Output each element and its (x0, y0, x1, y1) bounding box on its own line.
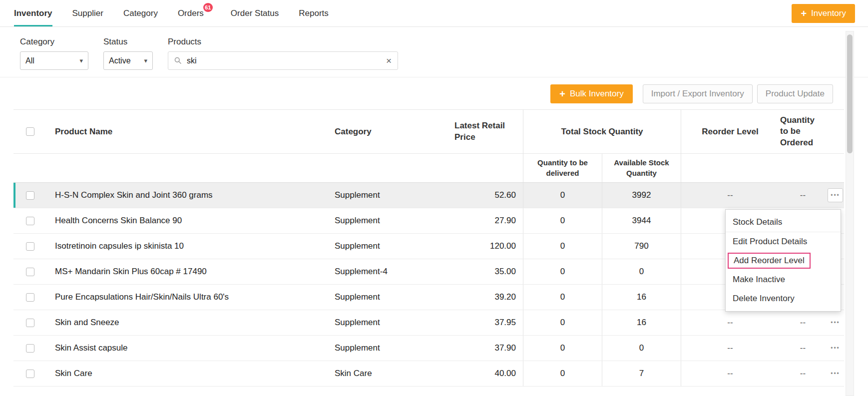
qty-delivered-cell: 0 (523, 208, 602, 233)
status-filter-select[interactable]: Active ▾ (103, 51, 153, 70)
price-cell: 35.00 (442, 267, 523, 277)
add-inventory-button[interactable]: + Inventory (792, 4, 855, 23)
nav-tab-reports[interactable]: Reports (299, 0, 329, 26)
qty-ordered-cell: -- (779, 343, 827, 353)
category-cell: Supplement (330, 241, 442, 251)
product-name-cell: Skin Assist capsule (47, 343, 330, 353)
row-checkbox[interactable] (26, 217, 34, 225)
qty-delivered-cell: 0 (523, 183, 602, 208)
price-cell: 37.90 (442, 343, 523, 353)
orders-count-badge: 61 (203, 3, 213, 12)
menu-item-add-reorder-level-label: Add Reorder Level (734, 256, 805, 265)
row-checkbox[interactable] (26, 293, 34, 302)
qty-ordered-cell: -- (779, 190, 827, 200)
vertical-scrollbar[interactable] (846, 31, 854, 396)
nav-tab-order-status[interactable]: Order Status (231, 0, 279, 26)
menu-item-add-reorder-level[interactable]: Add Reorder Level (726, 251, 841, 270)
row-checkbox[interactable] (26, 319, 34, 327)
qty-delivered-cell: 0 (523, 310, 602, 335)
qty-ordered-cell: -- (779, 318, 827, 328)
row-actions-button[interactable]: ••• (829, 317, 842, 328)
qty-delivered-cell: 0 (523, 259, 602, 284)
category-cell: Supplement (330, 292, 442, 302)
table-subheader-row: Quantity to be delivered Available Stock… (13, 154, 844, 183)
clear-search-icon[interactable]: × (386, 56, 392, 65)
reorder-level-cell: -- (681, 318, 779, 328)
filters-panel: Category All ▾ Status Active ▾ Products … (0, 27, 868, 77)
row-checkbox[interactable] (26, 370, 34, 378)
scrollbar-thumb[interactable] (847, 34, 853, 153)
annotation-highlight-box: Add Reorder Level (728, 253, 811, 269)
header-product-name: Product Name (47, 127, 330, 137)
category-cell: Supplement (330, 343, 442, 353)
table-row[interactable]: MS+ Mandarin Skin Plus 60cap # 17490 Sup… (13, 259, 844, 285)
header-reorder-level: Reorder Level (681, 127, 779, 137)
product-name-cell: Isotretinoin capsules ip skinista 10 (47, 241, 330, 251)
nav-tabs: Inventory Supplier Category Orders 61 Or… (14, 0, 329, 26)
category-filter-select[interactable]: All ▾ (20, 51, 88, 70)
nav-tab-category[interactable]: Category (123, 0, 158, 26)
nav-tab-orders[interactable]: Orders 61 (178, 0, 204, 26)
qty-delivered-cell: 0 (523, 336, 602, 361)
nav-tab-inventory[interactable]: Inventory (14, 0, 52, 26)
nav-tab-supplier[interactable]: Supplier (72, 0, 103, 26)
reorder-level-cell: -- (681, 369, 779, 379)
qty-delivered-cell: 0 (523, 285, 602, 310)
products-search-input[interactable] (187, 56, 381, 65)
table-row[interactable]: H-S-N Complex Skin and Joint 360 grams S… (13, 183, 844, 208)
table-row[interactable]: Health Concerns Skin Balance 90 Suppleme… (13, 208, 844, 234)
chevron-down-icon: ▾ (144, 57, 147, 64)
subheader-quantity-to-be-delivered: Quantity to be delivered (523, 154, 602, 182)
nav-tab-orders-label: Orders (178, 8, 204, 18)
menu-item-stock-details[interactable]: Stock Details (726, 213, 841, 232)
table-row[interactable]: Skin Assist capsule Supplement 37.90 0 0… (13, 336, 844, 361)
row-actions-button[interactable]: ••• (829, 343, 842, 354)
table-toolbar: + Bulk Inventory Import / Export Invento… (0, 77, 868, 109)
products-search-box: × (168, 51, 398, 70)
price-cell: 52.60 (442, 190, 523, 200)
price-cell: 40.00 (442, 369, 523, 379)
table-row[interactable]: Isotretinoin capsules ip skinista 10 Sup… (13, 234, 844, 259)
row-checkbox[interactable] (26, 191, 34, 200)
available-stock-cell: 16 (602, 310, 681, 335)
qty-delivered-cell: 0 (523, 234, 602, 259)
menu-item-edit-product-details[interactable]: Edit Product Details (726, 232, 841, 251)
price-cell: 27.90 (442, 216, 523, 226)
select-all-checkbox[interactable] (26, 127, 34, 136)
category-filter-value: All (25, 56, 34, 65)
product-name-cell: Pure Encapsulations Hair/Skin/Nails Ultr… (47, 292, 330, 302)
table-row[interactable]: Skin Care Skin Care 40.00 0 7 -- -- ••• (13, 361, 844, 387)
row-checkbox[interactable] (26, 344, 34, 353)
table-row[interactable]: Skin and Sneeze Supplement 37.95 0 16 --… (13, 310, 844, 336)
products-filter-label: Products (168, 37, 398, 47)
qty-ordered-cell: -- (779, 369, 827, 379)
row-checkbox[interactable] (26, 268, 34, 276)
plus-icon: + (559, 89, 565, 99)
menu-item-delete-inventory[interactable]: Delete Inventory (726, 289, 841, 308)
price-cell: 39.20 (442, 292, 523, 302)
import-export-inventory-button[interactable]: Import / Export Inventory (643, 84, 753, 103)
row-checkbox[interactable] (26, 242, 34, 251)
available-stock-cell: 7 (602, 361, 681, 386)
header-category: Category (330, 127, 442, 137)
category-cell: Skin Care (330, 369, 442, 379)
product-name-cell: H-S-N Complex Skin and Joint 360 grams (47, 190, 330, 200)
available-stock-cell: 0 (602, 259, 681, 284)
product-name-cell: MS+ Mandarin Skin Plus 60cap # 17490 (47, 267, 330, 277)
row-actions-button[interactable]: ••• (829, 368, 842, 379)
subheader-available-stock-quantity: Available Stock Quantity (602, 154, 681, 182)
table-row[interactable]: Pure Encapsulations Hair/Skin/Nails Ultr… (13, 285, 844, 310)
product-update-button[interactable]: Product Update (757, 84, 833, 103)
category-cell: Supplement-4 (330, 267, 442, 277)
row-actions-button[interactable]: ••• (828, 188, 843, 202)
available-stock-cell: 0 (602, 336, 681, 361)
bulk-inventory-button-label: Bulk Inventory (570, 89, 624, 99)
header-total-stock-quantity: Total Stock Quantity (523, 110, 681, 153)
price-cell: 120.00 (442, 241, 523, 251)
add-inventory-button-label: Inventory (811, 8, 846, 18)
chevron-down-icon: ▾ (79, 57, 83, 64)
bulk-inventory-button[interactable]: + Bulk Inventory (550, 84, 632, 103)
menu-item-make-inactive[interactable]: Make Inactive (726, 270, 841, 289)
product-name-cell: Skin and Sneeze (47, 318, 330, 328)
product-name-cell: Skin Care (47, 369, 330, 379)
